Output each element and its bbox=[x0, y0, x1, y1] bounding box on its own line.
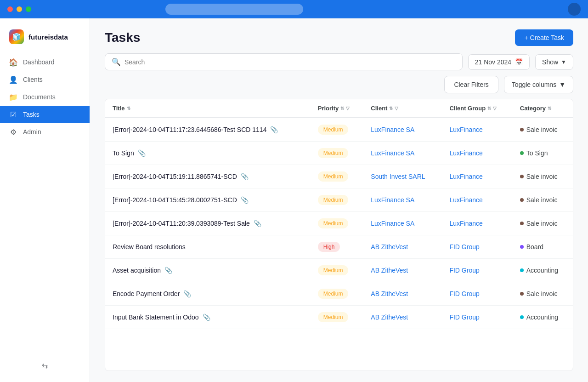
task-client-group-cell: LuxFinance bbox=[442, 142, 512, 165]
col-header-category[interactable]: Category ⇅ bbox=[513, 99, 573, 118]
table-row[interactable]: [Error]-2024-10-04T11:20:39.0393089-Test… bbox=[105, 212, 573, 235]
task-title: Asset acquisition bbox=[113, 267, 161, 274]
category-label: To Sign bbox=[526, 149, 548, 157]
window-minimize-dot[interactable] bbox=[17, 6, 22, 12]
task-client-cell: South Invest SARL bbox=[363, 165, 442, 188]
priority-badge: Medium bbox=[318, 218, 349, 228]
task-title-cell: To Sign 📎 bbox=[105, 142, 311, 165]
client-group-link[interactable]: LuxFinance bbox=[449, 220, 482, 227]
client-link[interactable]: AB ZitheVest bbox=[371, 267, 408, 274]
toggle-columns-button[interactable]: Toggle columns ▼ bbox=[504, 76, 573, 93]
client-group-link[interactable]: LuxFinance bbox=[449, 149, 482, 157]
sidebar-item-dashboard[interactable]: 🏠 Dashboard bbox=[0, 53, 90, 71]
sidebar-item-label: Dashboard bbox=[23, 58, 55, 66]
table-row[interactable]: Input Bank Statement in Odoo 📎 Medium AB… bbox=[105, 306, 573, 329]
category-label: Sale invoic bbox=[526, 290, 558, 297]
sidebar-logo: 🧊 futureisdata bbox=[0, 26, 90, 53]
task-client-cell: AB ZitheVest bbox=[363, 306, 442, 329]
priority-badge: Medium bbox=[318, 265, 349, 275]
task-title-cell: Encode Payment Order 📎 bbox=[105, 282, 311, 306]
sidebar-item-label: Admin bbox=[23, 128, 41, 136]
task-title: Encode Payment Order bbox=[113, 290, 180, 297]
sidebar-collapse-button[interactable]: ⇆ bbox=[0, 357, 90, 375]
task-title: [Error]-2024-10-04T15:19:11.8865741-SCD bbox=[113, 173, 237, 180]
task-priority-cell: Medium bbox=[311, 142, 364, 165]
window-close-dot[interactable] bbox=[7, 6, 13, 12]
client-link[interactable]: LuxFinance SA bbox=[371, 126, 414, 133]
client-group-link[interactable]: FID Group bbox=[449, 267, 479, 274]
attachment-icon: 📎 bbox=[254, 220, 261, 227]
client-link[interactable]: AB ZitheVest bbox=[371, 290, 408, 297]
client-group-link[interactable]: FID Group bbox=[449, 243, 479, 251]
task-category-cell: Sale invoic bbox=[513, 165, 573, 188]
priority-badge: Medium bbox=[318, 171, 349, 182]
client-link[interactable]: LuxFinance SA bbox=[371, 196, 414, 204]
sort-icon: ⇅ bbox=[127, 106, 130, 111]
table-row[interactable]: [Error]-2024-10-04T15:45:28.0002751-SCD … bbox=[105, 188, 573, 212]
task-priority-cell: Medium bbox=[311, 212, 364, 235]
logo-text: futureisdata bbox=[28, 33, 68, 41]
category-label: Sale invoic bbox=[526, 126, 558, 133]
table-row[interactable]: Asset acquisition 📎 Medium AB ZitheVest … bbox=[105, 259, 573, 282]
client-link[interactable]: South Invest SARL bbox=[371, 173, 425, 180]
toggle-columns-chevron-icon: ▼ bbox=[559, 81, 565, 88]
task-client-group-cell: LuxFinance bbox=[442, 188, 512, 212]
attachment-icon: 📎 bbox=[241, 173, 249, 180]
attachment-icon: 📎 bbox=[183, 290, 191, 297]
task-client-group-cell: LuxFinance bbox=[442, 212, 512, 235]
client-link[interactable]: AB ZitheVest bbox=[371, 314, 408, 321]
col-header-client[interactable]: Client ⇅ ▽ bbox=[363, 99, 442, 118]
table-row[interactable]: Review Board resolutions High AB ZitheVe… bbox=[105, 235, 573, 259]
sidebar-item-documents[interactable]: 📁 Documents bbox=[0, 88, 90, 106]
attachment-icon: 📎 bbox=[164, 267, 172, 274]
window-maximize-dot[interactable] bbox=[26, 6, 31, 12]
task-client-cell: LuxFinance SA bbox=[363, 142, 442, 165]
search-icon: 🔍 bbox=[112, 57, 121, 66]
show-filter[interactable]: Show ▼ bbox=[535, 54, 573, 70]
col-header-priority[interactable]: Priority ⇅ ▽ bbox=[311, 99, 364, 118]
task-category-cell: Accounting bbox=[513, 259, 573, 282]
task-client-cell: AB ZitheVest bbox=[363, 259, 442, 282]
category-dot bbox=[520, 268, 524, 272]
search-input[interactable] bbox=[124, 58, 456, 66]
client-group-link[interactable]: FID Group bbox=[449, 290, 479, 297]
client-link[interactable]: AB ZitheVest bbox=[371, 243, 408, 251]
search-box[interactable]: 🔍 bbox=[105, 53, 463, 70]
tasks-table-container[interactable]: Title ⇅ Priority ⇅ ▽ bbox=[105, 99, 573, 371]
table-row[interactable]: To Sign 📎 Medium LuxFinance SA LuxFinanc… bbox=[105, 142, 573, 165]
sidebar-item-admin[interactable]: ⚙ Admin bbox=[0, 123, 90, 141]
sort-icon: ⇅ bbox=[487, 106, 491, 111]
attachment-icon: 📎 bbox=[203, 314, 210, 321]
category-label: Sale invoic bbox=[526, 196, 558, 204]
task-title-cell: Input Bank Statement in Odoo 📎 bbox=[105, 306, 311, 329]
client-group-link[interactable]: LuxFinance bbox=[449, 126, 482, 133]
priority-badge: Medium bbox=[318, 125, 349, 135]
client-link[interactable]: LuxFinance SA bbox=[371, 149, 414, 157]
sort-icon: ⇅ bbox=[548, 106, 551, 111]
col-header-title[interactable]: Title ⇅ bbox=[105, 99, 311, 118]
date-filter[interactable]: 21 Nov 2024 📅 bbox=[468, 54, 530, 70]
client-group-link[interactable]: FID Group bbox=[449, 314, 479, 321]
client-link[interactable]: LuxFinance SA bbox=[371, 220, 414, 227]
priority-badge: Medium bbox=[318, 195, 349, 205]
user-avatar[interactable] bbox=[568, 3, 581, 16]
category-dot bbox=[520, 128, 524, 131]
clear-filters-button[interactable]: Clear Filters bbox=[444, 76, 498, 93]
sidebar-item-clients[interactable]: 👤 Clients bbox=[0, 71, 90, 88]
priority-badge: High bbox=[318, 242, 340, 252]
table-row[interactable]: [Error]-2024-10-04T15:19:11.8865741-SCD … bbox=[105, 165, 573, 188]
admin-icon: ⚙ bbox=[9, 128, 17, 136]
collapse-icon: ⇆ bbox=[42, 361, 48, 370]
task-priority-cell: Medium bbox=[311, 188, 364, 212]
attachment-icon: 📎 bbox=[138, 149, 146, 157]
client-group-link[interactable]: LuxFinance bbox=[449, 173, 482, 180]
client-group-link[interactable]: LuxFinance bbox=[449, 196, 482, 204]
col-header-client-group[interactable]: Client Group ⇅ ▽ bbox=[442, 99, 512, 118]
main-content: Tasks + Create Task 🔍 21 Nov 2024 📅 Show… bbox=[90, 18, 588, 382]
table-row[interactable]: Encode Payment Order 📎 Medium AB ZitheVe… bbox=[105, 282, 573, 306]
category-label: Sale invoic bbox=[526, 220, 558, 227]
sidebar-item-tasks[interactable]: ☑ Tasks bbox=[0, 106, 90, 123]
table-row[interactable]: [Error]-2024-10-04T11:17:23.6445686-Test… bbox=[105, 118, 573, 142]
create-task-button[interactable]: + Create Task bbox=[515, 29, 573, 46]
task-client-group-cell: FID Group bbox=[442, 306, 512, 329]
